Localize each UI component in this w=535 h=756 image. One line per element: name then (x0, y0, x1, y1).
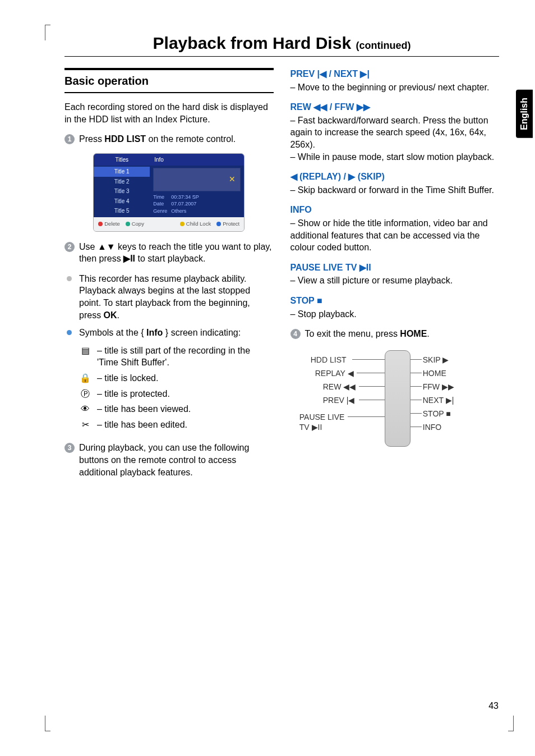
leader-line (359, 386, 385, 387)
protected-icon: Ⓟ (79, 388, 91, 400)
step-number-3-icon: 3 (64, 443, 75, 453)
remote-label-rew: REW ◀◀ (323, 382, 356, 392)
crop-mark (45, 716, 50, 731)
body-replay-skip: – Skip backward or forward in the Time S… (290, 184, 500, 196)
symbol-viewed-text: – title has been viewed. (97, 403, 191, 415)
leader-line (348, 416, 385, 417)
remote-body-icon (385, 350, 411, 447)
crop-mark (45, 25, 50, 40)
crop-mark (508, 716, 514, 731)
bullet-resume-c: . (117, 310, 119, 320)
intro-paragraph: Each recording stored on the hard disk i… (64, 101, 274, 125)
bullet-symbols-a: Symbols at the { (79, 328, 146, 337)
remote-label-replay: REPLAY ◀ (315, 368, 354, 379)
hdd-foot-protect: Protect (216, 221, 239, 228)
step-2-text-b: ▶II (123, 254, 135, 263)
step-3-text: During playback, you can use the followi… (79, 443, 249, 476)
remote-label-ffw: FFW ▶▶ (423, 382, 454, 392)
right-column: PREV |◀ / NEXT ▶| – Move to the beginnin… (290, 68, 500, 486)
hdd-foot-delete: Delete (98, 221, 119, 228)
heading-rew-ffw: REW ◀◀ / FFW ▶▶ (290, 101, 500, 113)
symbol-viewed-row: 👁 – title has been viewed. (64, 403, 274, 415)
symbol-tsb-row: ▤ – title is still part of the recording… (64, 345, 274, 369)
hdd-title-row: Title 5 (94, 206, 150, 216)
step-4-text-c: . (427, 329, 429, 338)
remote-label-hdd-list: HDD LIST (311, 355, 347, 365)
step-4: 4 To exit the menu, press HOME. (290, 328, 500, 340)
bullet-resume: This recorder has resume playback abilit… (64, 273, 274, 321)
symbol-locked-text: – title is locked. (97, 372, 158, 384)
leader-line (411, 386, 422, 387)
heading-stop: STOP ■ (290, 295, 500, 307)
body-rew-ffw-1: – Fast backward/forward search. Press th… (290, 114, 500, 151)
page-number: 43 (488, 701, 499, 711)
remote-label-skip: SKIP ▶ (423, 355, 449, 365)
bullet-resume-b: OK (104, 310, 117, 320)
left-column: Basic operation Each recording stored on… (64, 68, 274, 486)
heading-pause: PAUSE LIVE TV ▶II (290, 262, 500, 274)
hdd-meta-time: Time00:37:34 SP (153, 194, 241, 200)
hdd-header: Titles Info (94, 154, 244, 166)
hdd-title-row: Title 1 (94, 167, 150, 177)
hdd-title-row: Title 2 (94, 177, 150, 187)
leader-line (357, 373, 385, 373)
leader-line (411, 413, 422, 414)
heading-replay-skip: ◀ (REPLAY) / ▶ (SKIP) (290, 171, 500, 183)
bullet-symbols: Symbols at the { Info } screen indicatin… (64, 327, 274, 339)
symbol-edited-row: ✂ – title has been edited. (64, 419, 274, 431)
hdd-footer: Delete Copy Child Lock Protect (94, 217, 244, 231)
remote-label-prev: PREV |◀ (323, 395, 355, 406)
hdd-thumbnail (153, 168, 241, 191)
remote-label-pause-2: TV ▶II (299, 422, 322, 433)
lock-icon: 🔒 (79, 372, 91, 384)
remote-label-pause-1: PAUSE LIVE (299, 412, 345, 423)
symbol-protected-row: Ⓟ – title is protected. (64, 388, 274, 400)
step-1: 1 Press HDD LIST on the remote control. (64, 133, 274, 145)
tsb-icon: ▤ (79, 345, 91, 357)
hdd-title-list: Title 1 Title 2 Title 3 Title 4 Title 5 (94, 166, 150, 217)
step-number-2-icon: 2 (64, 242, 75, 252)
step-1-text-b: HDD LIST (104, 134, 146, 144)
leader-line (411, 373, 422, 373)
hdd-info-panel: Time00:37:34 SP Date07.07.2007 GenreOthe… (150, 166, 244, 217)
section-heading-basic-operation: Basic operation (64, 68, 274, 93)
scissors-icon: ✂ (79, 419, 91, 431)
body-prev-next: – Move to the beginning or previous/ nex… (290, 81, 500, 94)
step-number-1-icon: 1 (64, 134, 75, 144)
remote-label-stop: STOP ■ (423, 409, 451, 419)
symbol-locked-row: 🔒 – title is locked. (64, 372, 274, 384)
step-1-text-a: Press (79, 134, 104, 144)
step-2: 2 Use ▲▼ keys to reach the title you wan… (64, 241, 274, 265)
language-tab: English (516, 90, 533, 138)
leader-line (411, 359, 422, 360)
body-info: – Show or hide the title information, vi… (290, 217, 500, 254)
bullet-symbols-b: Info (146, 328, 163, 337)
remote-label-home: HOME (423, 368, 446, 379)
bullet-symbols-c: } screen indicating: (163, 328, 241, 337)
step-number-4-icon: 4 (290, 329, 301, 339)
page-content: English Playback from Hard Disk (continu… (64, 34, 499, 486)
body-rew-ffw-2: – While in pause mode, start slow motion… (290, 151, 500, 163)
remote-diagram: HDD LIST REPLAY ◀ REW ◀◀ PREV |◀ PAUSE L… (311, 348, 479, 460)
heading-prev-next: PREV |◀ / NEXT ▶| (290, 68, 500, 80)
hdd-foot-copy: Copy (126, 221, 144, 228)
heading-info: INFO (290, 204, 500, 216)
page-title-continued: (continued) (356, 40, 411, 51)
hdd-meta-genre: GenreOthers (153, 208, 241, 214)
hdd-title-row: Title 4 (94, 196, 150, 207)
step-4-text-b: HOME (400, 329, 427, 338)
leader-line (411, 400, 422, 400)
body-pause: – View a still picture or resume playbac… (290, 274, 500, 287)
hdd-list-screenshot: Titles Info Title 1 Title 2 Title 3 Titl… (93, 153, 245, 232)
step-4-text-a: To exit the menu, press (305, 329, 400, 338)
remote-label-info: INFO (423, 422, 441, 433)
remote-label-next: NEXT ▶| (423, 395, 454, 406)
page-title-main: Playback from Hard Disk (153, 34, 351, 52)
page-title: Playback from Hard Disk (continued) (64, 34, 499, 57)
step-2-text-c: to start playback. (135, 254, 205, 263)
hdd-title-row: Title 3 (94, 186, 150, 196)
step-3: 3 During playback, you can use the follo… (64, 442, 274, 478)
step-1-text-c: on the remote control. (146, 134, 236, 144)
symbol-tsb-text: – title is still part of the recording i… (97, 345, 274, 369)
leader-line (352, 359, 385, 360)
